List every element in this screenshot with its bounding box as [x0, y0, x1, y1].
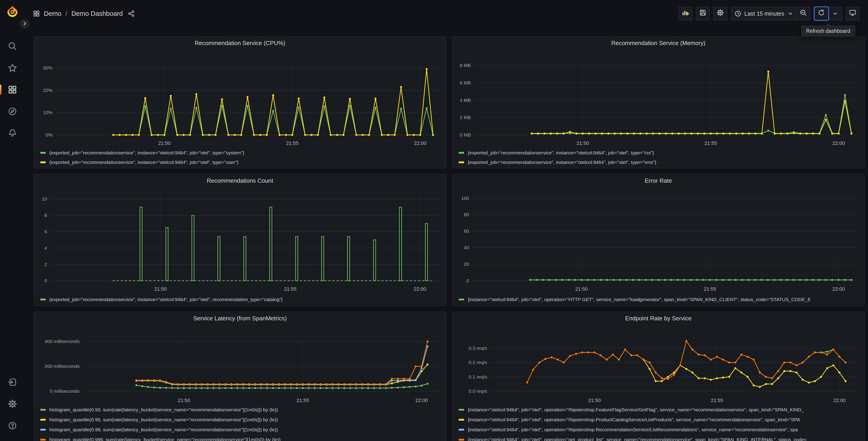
- add-panel-icon: [682, 9, 689, 18]
- monitor-icon: [849, 9, 856, 18]
- legend-item[interactable]: histogram_quantile(0.50, sum(rate(latenc…: [40, 405, 446, 415]
- gear-icon: [8, 399, 17, 409]
- series-line: [136, 342, 428, 384]
- series-ListProducts: [642, 359, 846, 388]
- x-axis-label: 21:55: [284, 286, 297, 292]
- y-axis-label: 4 MB: [460, 97, 471, 103]
- legend-label: histogram_quantile(0.50, sum(rate(latenc…: [49, 407, 278, 412]
- legend-item[interactable]: {instance="otelcol:9464", job="otel", op…: [459, 435, 864, 441]
- y-axis-label: 200 milliseconds: [44, 363, 80, 369]
- sidebar-item-help[interactable]: [0, 415, 25, 437]
- y-axis-label: 30%: [43, 65, 53, 70]
- legend-item[interactable]: {exported_job="recommendationservice", i…: [459, 148, 864, 157]
- panel-endpoint-rate: Endpoint Rate by Service 0.0 req/s0.1 re…: [452, 312, 865, 441]
- x-axis-label: 21:50: [154, 286, 167, 292]
- dashboard-settings-button[interactable]: [713, 7, 727, 20]
- panel-title[interactable]: Service Latency (from SpanMetrics): [34, 312, 446, 324]
- dashboard-panels: Recommendation Service (CPU%) 0%10%20%30…: [25, 27, 868, 441]
- sidebar-item-settings[interactable]: [0, 393, 25, 415]
- legend-swatch: [40, 152, 46, 154]
- time-series-chart[interactable]: 0%10%20%30%21:5021:5522:00: [37, 49, 443, 148]
- toolbar: Last 15 minutes: [678, 7, 860, 20]
- legend-item[interactable]: {exported_job="recommendationservice", i…: [459, 157, 864, 167]
- legend-item[interactable]: {exported_job="recommendationservice", i…: [40, 157, 446, 167]
- x-axis-label: 22:00: [833, 398, 846, 403]
- y-axis-label: 100: [461, 196, 469, 201]
- search-icon: [8, 41, 17, 51]
- sidebar-item-explore[interactable]: [0, 100, 25, 122]
- legend-swatch: [40, 409, 46, 411]
- legend-item[interactable]: {instance="otelcol:9464", job="otel", op…: [459, 405, 864, 415]
- breadcrumb-dashboard-title[interactable]: Demo Dashboard: [71, 10, 123, 18]
- legend-item[interactable]: {exported_job="recommendationservice", i…: [40, 295, 446, 304]
- refresh-dashboard-button[interactable]: [815, 7, 828, 20]
- sidebar-item-sign-in[interactable]: [0, 371, 25, 393]
- y-axis-label: 80: [464, 212, 469, 217]
- legend-item[interactable]: {instance="otelcol:9464", job="otel", op…: [459, 295, 864, 304]
- legend-item[interactable]: {instance="otelcol:9464", job="otel", op…: [459, 415, 864, 425]
- sidebar-expand-button[interactable]: [20, 19, 29, 29]
- time-series-chart[interactable]: 0.0 req/s0.1 req/s0.2 req/s0.3 req/s21:5…: [456, 324, 862, 405]
- time-series-chart[interactable]: 02040608010021:5021:5522:00: [456, 187, 862, 295]
- chevron-right-icon: [22, 20, 27, 28]
- time-series-chart[interactable]: 0 MB2 MB4 MB6 MB8 MB21:5021:5522:00: [456, 49, 862, 148]
- legend-label: {instance="otelcol:9464", job="otel", op…: [468, 437, 807, 441]
- panel-title[interactable]: Error Rate: [452, 174, 864, 187]
- y-axis-label: 0.2 req/s: [469, 360, 487, 365]
- legend-item[interactable]: histogram_quantile(0.99, sum(rate(latenc…: [40, 425, 446, 435]
- legend-swatch: [459, 419, 464, 421]
- sign-in-icon: [8, 377, 17, 387]
- sidebar-bottom: [0, 371, 25, 437]
- panel-error-rate: Error Rate 02040608010021:5021:5522:00 {…: [452, 174, 865, 306]
- bar: [218, 237, 220, 281]
- bar-chart[interactable]: 024681021:5021:5522:00: [37, 187, 443, 295]
- sidebar-item-dashboards[interactable]: [0, 79, 25, 100]
- panel-title[interactable]: Recommendation Service (Memory): [452, 37, 864, 49]
- legend-item[interactable]: {instance="otelcol:9464", job="otel", op…: [459, 425, 864, 435]
- breadcrumb-folder[interactable]: Demo: [44, 10, 61, 18]
- sidebar-item-starred[interactable]: [0, 57, 25, 79]
- time-range-picker[interactable]: Last 15 minutes: [731, 7, 796, 20]
- time-series-chart[interactable]: 0 milliseconds200 milliseconds400 millis…: [37, 324, 443, 405]
- sidebar-item-search[interactable]: [0, 35, 25, 57]
- chevron-down-icon: [833, 9, 838, 18]
- x-axis-label: 22:00: [414, 286, 426, 292]
- panel-title[interactable]: Recommendations Count: [34, 174, 446, 187]
- bar: [399, 207, 402, 281]
- y-axis-label: 400 milliseconds: [44, 339, 80, 344]
- legend-swatch: [459, 152, 464, 154]
- add-panel-button[interactable]: [678, 7, 692, 20]
- y-axis-label: 10%: [43, 110, 53, 115]
- series-vms: [531, 70, 852, 135]
- bell-icon: [8, 128, 17, 138]
- legend-swatch: [40, 419, 46, 421]
- compass-icon: [8, 107, 17, 116]
- y-axis-label: 8: [44, 212, 47, 218]
- legend-label: {instance="otelcol:9464", job="otel", op…: [468, 417, 800, 422]
- refresh-interval-dropdown[interactable]: [828, 7, 842, 20]
- legend-label: histogram_quantile(0.99, sum(rate(latenc…: [49, 427, 278, 432]
- cycle-view-mode-button[interactable]: [846, 7, 859, 20]
- x-axis-label: 21:55: [704, 286, 716, 292]
- clock-icon: [735, 10, 741, 17]
- panel-title[interactable]: Endpoint Rate by Service: [452, 312, 864, 324]
- legend-label: {instance="otelcol:9464", job="otel", op…: [468, 407, 804, 412]
- share-dashboard-button[interactable]: [128, 10, 135, 17]
- series-p50: [135, 383, 429, 389]
- y-axis-label: 40: [464, 245, 469, 250]
- y-axis-label: 20%: [43, 88, 53, 93]
- y-axis-label: 10: [42, 196, 47, 202]
- legend-item[interactable]: histogram_quantile(0.95, sum(rate(latenc…: [40, 415, 446, 425]
- y-axis-label: 4: [44, 245, 47, 251]
- series-line: [527, 341, 845, 383]
- save-dashboard-button[interactable]: [696, 7, 710, 20]
- panel-title[interactable]: Recommendation Service (CPU%): [34, 37, 446, 49]
- zoom-out-time-button[interactable]: [796, 7, 810, 20]
- refresh-group: Refresh dashboard: [814, 7, 842, 20]
- series-p999: [135, 341, 429, 385]
- legend-item[interactable]: histogram_quantile(0.999, sum(rate(laten…: [40, 435, 446, 441]
- legend-label: {exported_job="recommendationservice", i…: [49, 297, 283, 302]
- dashboard-header: Demo / Demo Dashboard: [25, 0, 868, 27]
- sidebar-item-alerting[interactable]: [0, 122, 25, 144]
- legend-item[interactable]: {exported_job="recommendationservice", i…: [40, 148, 446, 157]
